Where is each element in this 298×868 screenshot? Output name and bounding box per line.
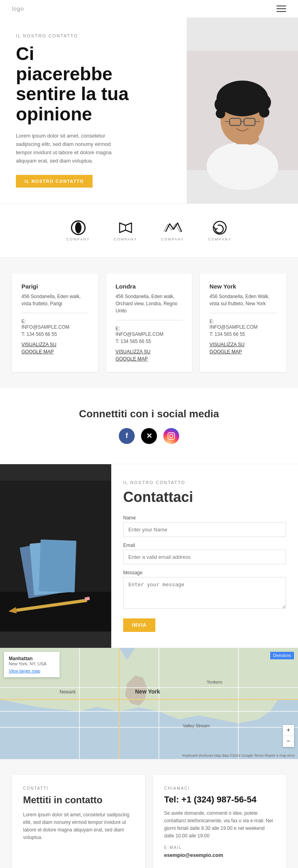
phone-number: Tel: +1 (324) 987-56-54 xyxy=(164,794,275,805)
svg-point-21 xyxy=(213,221,226,234)
logo-item-1: COMPANY xyxy=(66,220,90,241)
email-value: esempio@esempio.com xyxy=(164,852,275,858)
social-title: Connettiti con i social media xyxy=(12,408,286,420)
map-city: Manhattan xyxy=(9,656,55,661)
map-placeholder: New York Newark Yonkers Valley Stream Ma… xyxy=(0,648,298,759)
logo-item-2: COMPANY xyxy=(114,220,137,241)
logo-item-3: COMPANY xyxy=(161,220,184,241)
contact-left-desc: Lorem ipsum dolor sit amet, consetetur s… xyxy=(23,811,134,842)
social-section: Connettiti con i social media f ✕ xyxy=(0,388,298,464)
submit-button[interactable]: INVIA xyxy=(123,618,155,632)
twitter-x-icon[interactable]: ✕ xyxy=(141,428,157,444)
svg-text:Valley Stream: Valley Stream xyxy=(183,723,210,728)
svg-rect-29 xyxy=(39,539,76,592)
message-textarea[interactable] xyxy=(123,577,286,609)
map-zoom-in[interactable]: + xyxy=(283,725,294,736)
hero-cta-button[interactable]: IL NOSTRO CONTATTO xyxy=(16,175,93,188)
contact-left-label: CONTATTI xyxy=(23,786,134,790)
svg-rect-32 xyxy=(85,597,90,601)
svg-point-1 xyxy=(207,142,278,190)
office-address-3: 456 Sondanella, Eden Walk, vista sul fru… xyxy=(209,293,277,307)
header: logo xyxy=(0,0,298,17)
svg-point-9 xyxy=(237,88,248,99)
contact-left-title: Mettiti in contatto xyxy=(23,794,134,806)
office-city-3: New York xyxy=(209,283,277,290)
svg-text:New York: New York xyxy=(135,688,160,695)
bottom-contact-section: CONTATTI Mettiti in contatto Lorem ipsum… xyxy=(0,759,298,868)
svg-point-8 xyxy=(250,89,263,102)
svg-point-7 xyxy=(223,91,234,103)
hamburger-menu[interactable] xyxy=(277,6,286,12)
hero-image xyxy=(187,17,298,203)
contact-right-label: CHIAMACI xyxy=(164,786,275,790)
office-email-3: E: INFO@SAMPLE.COM xyxy=(209,319,277,330)
call-description: Se avete domande, commenti o idee, potet… xyxy=(164,810,275,840)
logo-label-3: COMPANY xyxy=(161,237,184,241)
svg-text:Newark: Newark xyxy=(60,689,76,695)
hero-description: Lorem ipsum dolor sit amet, consetetur s… xyxy=(16,132,119,165)
office-email-2: E: INFO@SAMPLE.COM xyxy=(116,326,183,337)
office-phone-1: T: 134 565 66 55 xyxy=(21,331,89,337)
hero-label: IL NOSTRO CONTATTO xyxy=(16,33,175,38)
logo-item-4: COMPANY xyxy=(208,220,232,241)
contact-form-section: IL NOSTRO CONTATTO Contattaci Name Email… xyxy=(0,464,298,648)
svg-text:Yonkers: Yonkers xyxy=(207,680,223,684)
hero-section: IL NOSTRO CONTATTO Ci piacerebbe sentire… xyxy=(0,17,298,204)
office-city-1: Parigi xyxy=(21,283,89,290)
logo-label-4: COMPANY xyxy=(208,237,232,241)
map-section: New York Newark Yonkers Valley Stream Ma… xyxy=(0,648,298,759)
map-state: New York, NY, USA xyxy=(9,661,55,666)
name-label: Name xyxy=(123,515,286,521)
logo: logo xyxy=(12,6,24,12)
facebook-icon[interactable]: f xyxy=(119,428,135,444)
office-card-londra: Londra 456 Sondanella, Eden walk, Orchar… xyxy=(106,273,192,372)
office-map-link-3[interactable]: VISUALIZZA SU GOOGLE MAP xyxy=(209,341,277,355)
svg-point-10 xyxy=(216,109,225,118)
message-label: Message xyxy=(123,570,286,575)
hero-title: Ci piacerebbe sentire la tua opinione xyxy=(16,44,175,124)
office-phone-2: T: 134 565 66 55 xyxy=(116,339,183,344)
office-address-2: 456 Sondanella, Eden walk, Orchard view,… xyxy=(116,293,183,314)
svg-point-23 xyxy=(170,434,173,437)
svg-point-11 xyxy=(259,107,269,118)
map-directions-button[interactable]: Directions xyxy=(270,652,294,659)
map-overlay: Manhattan New York, NY, USA View larger … xyxy=(4,652,60,677)
map-zoom-controls: + − xyxy=(283,725,294,747)
form-group-name: Name xyxy=(123,515,286,537)
svg-point-24 xyxy=(173,434,174,434)
hero-content: IL NOSTRO CONTATTO Ci piacerebbe sentire… xyxy=(0,17,187,203)
email-section-label: E-MAIL xyxy=(164,845,275,850)
svg-point-19 xyxy=(75,222,81,233)
contact-form-label: IL NOSTRO CONTATTO xyxy=(123,480,286,485)
office-email-1: E: INFO@SAMPLE.COM xyxy=(21,319,89,330)
map-attribution: Keyboard shortcuts Map data ©2024 Google… xyxy=(182,754,295,758)
office-phone-3: T: 134 565 66 55 xyxy=(209,331,277,337)
contact-right-card: CHIAMACI Tel: +1 (324) 987-56-54 Se avet… xyxy=(153,775,286,868)
name-input[interactable] xyxy=(123,522,286,537)
map-view-larger[interactable]: View larger map xyxy=(9,668,55,673)
office-map-link-2[interactable]: VISUALIZZA SU GOOGLE MAP xyxy=(116,348,183,362)
office-address-1: 456 Sondanella, Eden walk, vista fruttet… xyxy=(21,293,89,307)
form-group-email: Email xyxy=(123,542,286,564)
contact-left-card: CONTATTI Mettiti in contatto Lorem ipsum… xyxy=(12,775,145,868)
logo-label-1: COMPANY xyxy=(66,237,90,241)
contact-form-title: Contattaci xyxy=(123,489,286,506)
office-map-link-1[interactable]: VISUALIZZA SU GOOGLE MAP xyxy=(21,341,89,355)
email-label: Email xyxy=(123,542,286,548)
contact-image xyxy=(0,464,111,648)
map-zoom-out[interactable]: − xyxy=(283,736,294,747)
svg-rect-26 xyxy=(0,592,111,632)
office-card-newyork: New York 456 Sondanella, Eden Walk, vist… xyxy=(200,273,286,372)
office-city-2: Londra xyxy=(116,283,183,290)
instagram-icon[interactable] xyxy=(163,428,179,444)
email-input[interactable] xyxy=(123,550,286,564)
contact-form-area: IL NOSTRO CONTATTO Contattaci Name Email… xyxy=(111,464,298,648)
logos-section: COMPANY COMPANY COMPANY COMPANY xyxy=(0,204,298,258)
logo-label-2: COMPANY xyxy=(114,237,137,241)
offices-section: Parigi 456 Sondanella, Eden walk, vista … xyxy=(0,258,298,388)
social-icons-group: f ✕ xyxy=(12,428,286,444)
form-group-message: Message xyxy=(123,570,286,610)
svg-rect-22 xyxy=(168,432,175,439)
office-card-parigi: Parigi 456 Sondanella, Eden walk, vista … xyxy=(12,273,98,372)
